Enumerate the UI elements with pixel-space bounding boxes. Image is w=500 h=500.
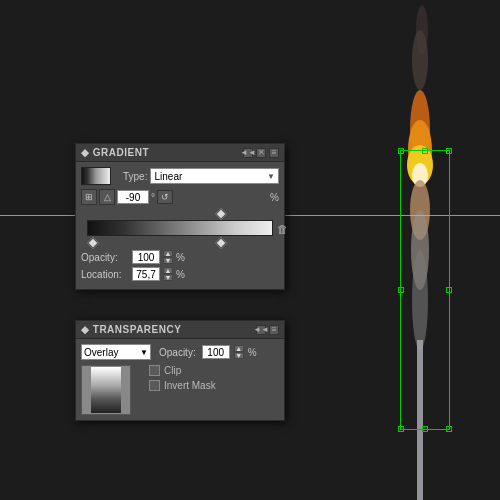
opacity-stepper[interactable]: ▲ ▼ [163, 250, 173, 264]
clip-label: Clip [164, 365, 181, 376]
cycle-icon[interactable]: ↺ [157, 190, 173, 204]
gradient-panel-content: Type: Linear ▼ ⊞ △ -90 ° ↺ % 🗑 [76, 162, 284, 289]
gradient-panel: ◆ GRADIENT ◄◄ ✕ ≡ Type: Linear ▼ ⊞ △ -90… [75, 143, 285, 290]
transparency-opacity-down[interactable]: ▼ [234, 352, 244, 359]
gradient-menu-button[interactable]: ≡ [269, 148, 279, 158]
transparency-collapse-button[interactable]: ◄◄ [256, 325, 266, 335]
transparency-panel-title: ◆ TRANSPARENCY [81, 324, 181, 335]
transparency-opacity-stepper[interactable]: ▲ ▼ [234, 345, 244, 359]
location-up[interactable]: ▲ [163, 267, 173, 274]
gradient-options-icon2[interactable]: △ [99, 189, 115, 205]
gradient-bar[interactable]: 🗑 [87, 220, 273, 236]
opacity-down[interactable]: ▼ [163, 257, 173, 264]
clip-checkbox[interactable] [149, 365, 160, 376]
gradient-collapse-button[interactable]: ◄◄ [243, 148, 253, 158]
transparency-panel-content: Overlay ▼ Opacity: 100 ▲ ▼ % Clip [76, 339, 284, 420]
type-value: Linear [154, 171, 182, 182]
handle-mr[interactable] [446, 287, 452, 293]
type-dropdown-arrow: ▼ [267, 172, 275, 181]
location-row: Location: 75,7 ▲ ▼ % [81, 267, 279, 281]
type-dropdown[interactable]: Linear ▼ [150, 168, 279, 184]
gradient-type-row: Type: Linear ▼ [81, 167, 279, 185]
handle-tr[interactable] [446, 148, 452, 154]
location-label: Location: [81, 269, 129, 280]
gradient-angle-row: ⊞ △ -90 ° ↺ % [81, 189, 279, 205]
handle-bl[interactable] [398, 426, 404, 432]
transparency-panel-header: ◆ TRANSPARENCY ◄◄ ≡ [76, 321, 284, 339]
invert-label: Invert Mask [164, 380, 216, 391]
location-value[interactable]: 75,7 [132, 267, 160, 281]
location-unit: % [176, 269, 185, 280]
transparency-menu-button[interactable]: ≡ [269, 325, 279, 335]
thumbnail-preview [91, 367, 121, 413]
opacity-value[interactable]: 100 [132, 250, 160, 264]
blend-value: Overlay [84, 347, 118, 358]
gradient-panel-title: ◆ GRADIENT [81, 147, 149, 158]
blend-dropdown-arrow: ▼ [140, 348, 148, 357]
panel-header-controls: ◄◄ ✕ ≡ [243, 148, 279, 158]
location-stepper[interactable]: ▲ ▼ [163, 267, 173, 281]
degree-symbol: ° [151, 192, 155, 203]
color-stop-selected[interactable] [216, 237, 227, 248]
thumbnail-checkbox-row: Clip Invert Mask [81, 365, 279, 415]
opacity-row: Opacity: 100 ▲ ▼ % [81, 250, 279, 264]
transparency-opacity-label: Opacity: [159, 347, 196, 358]
blend-opacity-row: Overlay ▼ Opacity: 100 ▲ ▼ % [81, 344, 279, 360]
color-stop-left[interactable] [87, 237, 98, 248]
transparency-panel: ◆ TRANSPARENCY ◄◄ ≡ Overlay ▼ Opacity: 1… [75, 320, 285, 421]
percent-symbol: % [270, 192, 279, 203]
handle-ml[interactable] [398, 287, 404, 293]
gradient-bar-container: 🗑 [81, 209, 279, 248]
delete-stop-button[interactable]: 🗑 [276, 223, 288, 235]
transparency-opacity-unit: % [248, 347, 257, 358]
transparency-thumbnail [81, 365, 131, 415]
handle-bm[interactable] [422, 426, 428, 432]
gradient-thumbnail[interactable] [81, 167, 111, 185]
angle-field[interactable]: -90 [117, 190, 149, 204]
color-stops-row [87, 236, 273, 248]
transparency-header-controls: ◄◄ ≡ [256, 325, 279, 335]
gradient-close-button[interactable]: ✕ [256, 148, 266, 158]
transparency-opacity-up[interactable]: ▲ [234, 345, 244, 352]
clip-row: Clip [149, 365, 216, 376]
type-label: Type: [123, 171, 147, 182]
opacity-unit: % [176, 252, 185, 263]
handle-tl[interactable] [398, 148, 404, 154]
opacity-stops-row [87, 209, 273, 219]
blend-mode-dropdown[interactable]: Overlay ▼ [81, 344, 151, 360]
svg-point-1 [412, 30, 428, 90]
opacity-stop[interactable] [216, 208, 227, 219]
handle-tm[interactable] [422, 148, 428, 154]
transparency-opacity-value[interactable]: 100 [202, 345, 230, 359]
selection-box [400, 150, 450, 430]
handle-br[interactable] [446, 426, 452, 432]
location-down[interactable]: ▼ [163, 274, 173, 281]
invert-row: Invert Mask [149, 380, 216, 391]
opacity-up[interactable]: ▲ [163, 250, 173, 257]
gradient-panel-header: ◆ GRADIENT ◄◄ ✕ ≡ [76, 144, 284, 162]
invert-checkbox[interactable] [149, 380, 160, 391]
checkbox-area: Clip Invert Mask [149, 365, 216, 391]
gradient-options-icon1[interactable]: ⊞ [81, 189, 97, 205]
opacity-label: Opacity: [81, 252, 129, 263]
